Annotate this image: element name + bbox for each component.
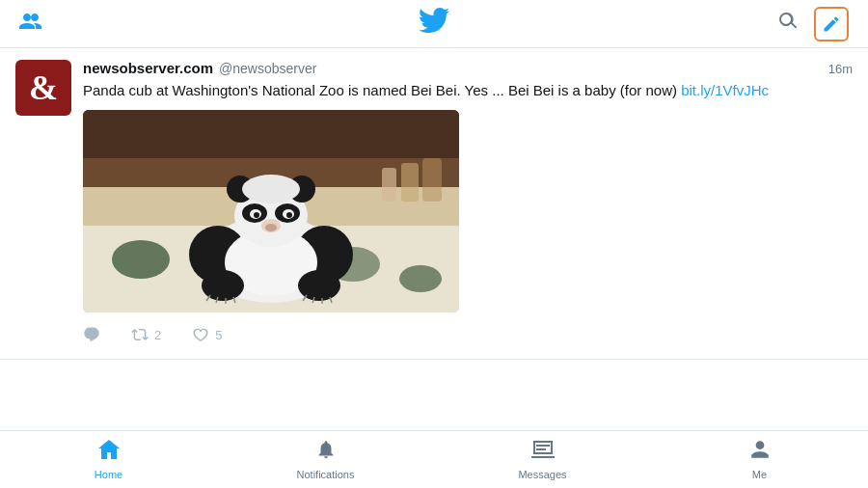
- search-icon[interactable]: [777, 11, 799, 38]
- add-people-icon[interactable]: [19, 11, 42, 38]
- svg-rect-34: [382, 168, 396, 202]
- tweet-body: newsobserver.com @newsobserver 16m Panda…: [83, 60, 853, 347]
- svg-rect-35: [401, 163, 419, 202]
- tab-messages[interactable]: Messages: [434, 431, 651, 488]
- bottom-navigation: Home Notifications Messages Me: [0, 430, 868, 488]
- divider: [0, 359, 868, 360]
- me-icon: [749, 439, 771, 466]
- avatar: &: [15, 60, 71, 116]
- tweet-image: [83, 110, 459, 312]
- author-handle: @newsobserver: [219, 61, 316, 76]
- notifications-icon: [315, 439, 337, 466]
- tweet-actions: 2 5: [83, 322, 853, 347]
- retweet-button[interactable]: 2: [131, 326, 161, 343]
- tweet-header: & newsobserver.com @newsobserver 16m Pan…: [15, 60, 853, 347]
- home-icon: [97, 439, 121, 466]
- tab-notifications[interactable]: Notifications: [217, 431, 434, 488]
- compose-button[interactable]: [814, 7, 849, 41]
- tab-me[interactable]: Me: [651, 431, 868, 488]
- messages-icon: [531, 439, 555, 466]
- svg-point-24: [202, 270, 244, 301]
- nav-left: [19, 11, 42, 38]
- author-name: newsobserver.com: [83, 60, 213, 76]
- notifications-label: Notifications: [297, 469, 355, 480]
- me-label: Me: [752, 469, 767, 480]
- nav-right: [777, 7, 849, 41]
- home-label: Home: [95, 469, 122, 480]
- messages-label: Messages: [518, 469, 566, 480]
- retweet-count: 2: [154, 328, 161, 342]
- tweet-meta: newsobserver.com @newsobserver 16m: [83, 60, 853, 76]
- top-navigation: [0, 0, 868, 48]
- svg-rect-36: [422, 158, 442, 202]
- tweet-container: & newsobserver.com @newsobserver 16m Pan…: [0, 48, 868, 359]
- svg-point-17: [254, 212, 259, 218]
- twitter-logo: [419, 8, 449, 40]
- svg-point-25: [298, 270, 340, 301]
- tweet-link[interactable]: bit.ly/1VfvJHc: [681, 82, 769, 98]
- tab-home[interactable]: Home: [0, 431, 217, 488]
- svg-point-20: [265, 224, 277, 231]
- svg-point-18: [286, 212, 292, 218]
- svg-point-7: [399, 265, 442, 292]
- svg-point-4: [112, 240, 170, 279]
- svg-point-23: [242, 175, 300, 203]
- favorite-button[interactable]: 5: [192, 326, 222, 343]
- tweet-text: Panda cub at Washington's National Zoo i…: [83, 80, 853, 100]
- favorite-count: 5: [215, 328, 222, 342]
- tweet-timestamp: 16m: [828, 62, 853, 76]
- reply-button[interactable]: [83, 326, 100, 343]
